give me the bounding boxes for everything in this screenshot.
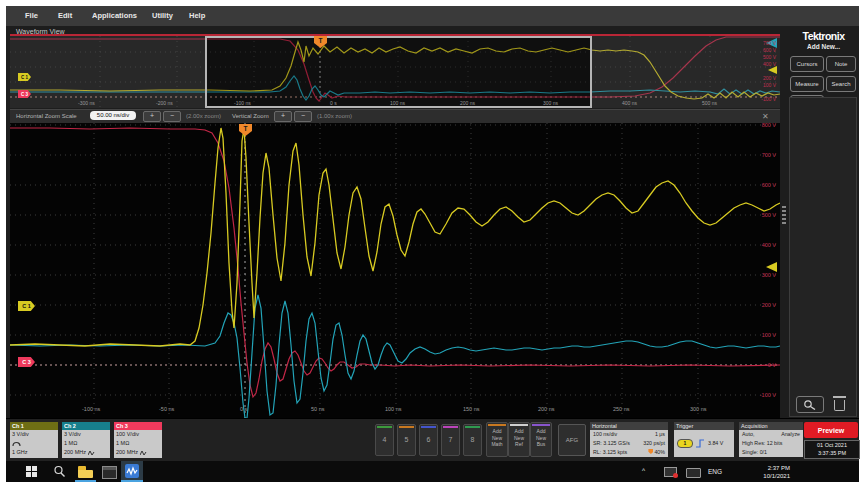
ov-y-label: 200 V — [754, 75, 776, 81]
menu-item-help[interactable]: Help — [189, 11, 205, 20]
main-trace-ch2 — [10, 295, 780, 418]
ov-x-label: 0 s — [330, 100, 337, 106]
note-button[interactable]: Note — [826, 56, 856, 72]
scope-date: 01 Oct 2021 — [817, 442, 847, 448]
main-x-label: 100 ns — [385, 406, 402, 412]
main-y-label: 600 V — [752, 182, 776, 188]
trigger-position-icon — [648, 449, 653, 454]
main-y-label: 500 V — [752, 212, 776, 218]
taskbar-time: 2:37 PM — [768, 465, 790, 471]
zoom-cursor-icon — [803, 399, 817, 410]
scope-app-tile[interactable] — [121, 461, 143, 482]
cursors-button[interactable]: Cursors — [790, 56, 824, 72]
right-sidebar: Tektronix Add New... Cursors Note Measur… — [788, 26, 859, 418]
main-x-label: -100 ns — [82, 406, 100, 412]
main-y-label: 100 V — [752, 332, 776, 338]
measure-button[interactable]: Measure — [790, 76, 824, 92]
h-zoom-factor: (2.00x zoom) — [186, 113, 221, 119]
ov-y-label: 500 V — [754, 54, 776, 60]
menu-item-edit[interactable]: Edit — [58, 11, 72, 20]
main-x-label: 50 ns — [311, 406, 324, 412]
v-zoom-label: Vertical Zoom — [232, 113, 269, 119]
add-new-heading: Add New... — [788, 43, 859, 50]
channel-button-4[interactable]: 4 — [375, 424, 394, 456]
main-y-label: 300 V — [752, 272, 776, 278]
scope-time: 3:37:35 PM — [818, 450, 846, 456]
menu-bar: File Edit Applications Utility Help — [6, 6, 859, 26]
main-x-label: 250 ns — [613, 406, 630, 412]
main-y-label: -100 V — [752, 392, 776, 398]
channel-badge-ch3[interactable]: Ch 3 100 V/div 1 MΩ 200 MHz — [114, 422, 162, 458]
touch-keyboard-icon[interactable] — [686, 468, 701, 478]
horizontal-duration: 1 μs — [655, 430, 665, 439]
add-new-bus-button[interactable]: AddNewBus — [530, 422, 552, 457]
ch1-bandwidth: 1 GHz — [10, 448, 58, 457]
v-zoom-plus-button[interactable]: + — [274, 111, 292, 122]
acquisition-panel[interactable]: Acquisition Auto,Analyze High Res: 12 bi… — [739, 422, 803, 457]
ov-x-label: -100 ns — [234, 100, 251, 106]
zoom-region-box[interactable] — [205, 36, 592, 108]
ov-y-label: 700 V — [754, 40, 776, 46]
main-trace-ch1 — [10, 128, 780, 346]
channel-button-7[interactable]: 7 — [441, 424, 460, 456]
preview-button[interactable]: Preview — [804, 422, 858, 438]
menu-item-utility[interactable]: Utility — [152, 11, 173, 20]
afg-button[interactable]: AFG — [558, 424, 586, 456]
menu-item-applications[interactable]: Applications — [92, 11, 137, 20]
results-panel — [789, 97, 857, 417]
tray-status-icon[interactable] — [664, 467, 677, 477]
main-x-label: 0 s — [240, 406, 247, 412]
ch2-name: Ch 2 — [62, 422, 110, 430]
search-icon[interactable] — [53, 465, 66, 478]
zoom-mode-button[interactable] — [796, 396, 824, 413]
trigger-panel[interactable]: Trigger 1 3.84 V — [674, 422, 734, 457]
ov-x-label: 200 ns — [460, 100, 475, 106]
trash-icon[interactable] — [832, 396, 847, 412]
ch2-bandwidth: 200 MHz — [64, 448, 86, 457]
overview-plot[interactable] — [10, 36, 780, 108]
horizontal-panel[interactable]: Horizontal 100 ns/div1 μs SR: 3.125 GS/s… — [590, 422, 668, 457]
channel-badge-ch2[interactable]: Ch 2 3 V/div 1 MΩ 200 MHz — [62, 422, 110, 458]
h-zoom-scale-input[interactable]: 50.00 ns/div — [90, 111, 136, 120]
channel-badge-ch1[interactable]: Ch 1 3 V/div 1 GHz — [10, 422, 58, 458]
bw-limit-icon — [88, 450, 95, 456]
ov-x-label: 500 ns — [702, 100, 717, 106]
app-window-icon[interactable] — [102, 466, 117, 479]
channel-button-8[interactable]: 8 — [463, 424, 482, 456]
main-y-label: 700 V — [752, 152, 776, 158]
add-new-ref-button[interactable]: AddNewRef — [508, 422, 530, 457]
tray-expand-caret[interactable]: ^ — [642, 467, 645, 474]
taskbar-date: 10/1/2021 — [763, 473, 790, 479]
ov-y-label: 600 V — [754, 47, 776, 53]
ov-x-label: -300 ns — [78, 100, 95, 106]
main-x-label: 200 ns — [538, 406, 555, 412]
search-button[interactable]: Search — [826, 76, 856, 92]
language-indicator[interactable]: ENG — [708, 468, 722, 475]
h-zoom-plus-button[interactable]: + — [143, 111, 161, 122]
v-zoom-minus-button[interactable]: − — [294, 111, 312, 122]
channel-button-5[interactable]: 5 — [397, 424, 416, 456]
main-waveform-plot[interactable] — [10, 123, 780, 418]
tektronix-logo: Tektronix — [788, 30, 859, 42]
main-x-label: 300 ns — [690, 406, 707, 412]
ch1-name: Ch 1 — [10, 422, 58, 430]
rising-edge-icon — [696, 439, 705, 448]
acquisition-title: Acquisition — [739, 422, 803, 430]
pane-resize-handle[interactable] — [782, 206, 786, 226]
file-explorer-icon[interactable] — [78, 466, 93, 478]
acq-analyze: Analyze — [781, 430, 800, 439]
settings-bar: Ch 1 3 V/div 1 GHz Ch 2 3 V/div 1 MΩ 200… — [6, 418, 859, 462]
taskbar-clock[interactable]: 2:37 PM 10/1/2021 — [730, 464, 790, 480]
start-button-icon[interactable] — [26, 466, 37, 477]
trigger-title: Trigger — [674, 422, 734, 430]
ch3-scale: 100 V/div — [114, 430, 162, 439]
ov-x-label: -200 ns — [156, 100, 173, 106]
add-new-math-button[interactable]: AddNewMath — [486, 422, 508, 457]
channel-button-6[interactable]: 6 — [419, 424, 438, 456]
h-zoom-minus-button[interactable]: − — [163, 111, 181, 122]
menu-item-file[interactable]: File — [25, 11, 38, 20]
overview-dim-right — [590, 36, 780, 108]
main-y-label: 200 V — [752, 302, 776, 308]
ov-y-label: 400 V — [754, 61, 776, 67]
zoom-close-icon[interactable]: ✕ — [762, 112, 769, 121]
